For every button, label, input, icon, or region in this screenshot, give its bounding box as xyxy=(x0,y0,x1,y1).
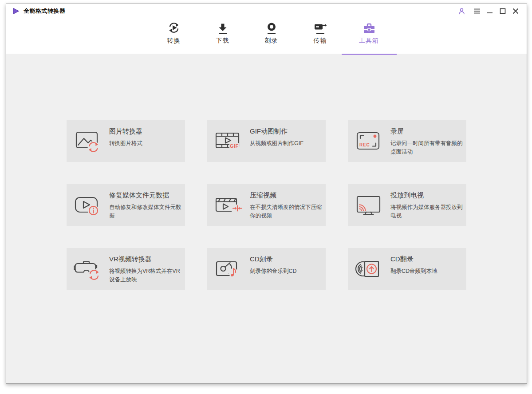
card-description: 翻录CD音频到本地 xyxy=(390,267,467,276)
image-converter-icon xyxy=(73,129,104,153)
tab-download-label: 下载 xyxy=(216,37,229,45)
maximize-icon[interactable] xyxy=(498,6,508,16)
tab-burn[interactable]: 刻录 xyxy=(247,20,296,55)
main-navigation: 转换 下载 刻录 xyxy=(6,18,527,54)
card-description: 自动修复和修改媒体文件元数据 xyxy=(109,203,185,220)
fix-metadata-icon xyxy=(73,193,104,217)
app-window: 全能格式转换器 xyxy=(6,4,527,384)
tab-transfer-label: 传输 xyxy=(314,37,327,45)
card-cd-rip[interactable]: CD翻录 翻录CD音频到本地 xyxy=(348,248,466,290)
gif-maker-icon: GIF xyxy=(214,129,245,153)
card-description: 记录同一时间所有带有音频的桌面活动 xyxy=(390,139,467,156)
cd-rip-icon xyxy=(355,257,386,281)
svg-text:GIF: GIF xyxy=(230,143,239,149)
card-gif-maker[interactable]: GIF GIF动图制作 从视频或图片制作GIF xyxy=(207,120,326,162)
card-title: CD翻录 xyxy=(390,255,467,264)
tab-convert-label: 转换 xyxy=(167,37,181,45)
card-description: 转换图片格式 xyxy=(109,139,185,148)
tab-convert[interactable]: 转换 xyxy=(150,20,198,55)
card-description: 刻录你的音乐到CD xyxy=(250,267,326,276)
burn-icon xyxy=(264,21,279,36)
card-title: 压缩视频 xyxy=(250,191,326,200)
toolbox-panel: 图片转换器 转换图片格式 GIF xyxy=(6,54,527,383)
cd-burn-icon xyxy=(214,257,245,281)
convert-icon xyxy=(166,21,181,36)
cast-to-tv-icon xyxy=(355,193,386,217)
close-icon[interactable] xyxy=(511,6,520,16)
hamburger-menu-icon[interactable] xyxy=(472,6,482,16)
title-bar: 全能格式转换器 xyxy=(6,4,527,18)
card-title: 图片转换器 xyxy=(109,127,185,136)
card-screen-record[interactable]: REC 录屏 记录同一时间所有带有音频的桌面活动 xyxy=(348,120,466,162)
app-logo-play-icon xyxy=(12,8,20,15)
download-icon xyxy=(215,21,230,36)
card-cd-burn[interactable]: CD刻录 刻录你的音乐到CD xyxy=(207,248,326,290)
screen-record-icon: REC xyxy=(355,129,386,153)
card-compress-video[interactable]: 压缩视频 在不损失清晰度的情况下压缩你的视频 xyxy=(207,184,326,226)
card-description: 在不损失清晰度的情况下压缩你的视频 xyxy=(250,203,326,220)
card-title: CD刻录 xyxy=(250,255,326,264)
svg-text:REC: REC xyxy=(359,142,370,147)
tab-download[interactable]: 下载 xyxy=(198,20,247,55)
tool-card-grid: 图片转换器 转换图片格式 GIF xyxy=(67,120,527,290)
card-description: 将视频转换为VR格式并在VR设备上放映 xyxy=(109,267,185,284)
transfer-icon xyxy=(313,21,328,36)
person-icon[interactable] xyxy=(457,6,466,16)
tab-toolbox[interactable]: 工具箱 xyxy=(345,20,394,55)
tab-toolbox-label: 工具箱 xyxy=(359,37,379,45)
card-title: 投放到电视 xyxy=(390,191,467,200)
tab-transfer[interactable]: 传输 xyxy=(296,20,345,55)
card-description: 将视频作为媒体服务器投放到电视 xyxy=(390,203,467,220)
card-vr-converter[interactable]: VR视频转换器 将视频转换为VR格式并在VR设备上放映 xyxy=(67,248,185,290)
minimize-icon[interactable] xyxy=(485,6,495,16)
tab-burn-label: 刻录 xyxy=(265,37,278,45)
card-title: 录屏 xyxy=(390,127,467,136)
card-image-converter[interactable]: 图片转换器 转换图片格式 xyxy=(67,120,185,162)
card-title: GIF动图制作 xyxy=(250,127,326,136)
toolbox-icon xyxy=(362,21,377,36)
card-fix-metadata[interactable]: 修复媒体文件元数据 自动修复和修改媒体文件元数据 xyxy=(67,184,185,226)
compress-video-icon xyxy=(214,193,245,217)
app-title: 全能格式转换器 xyxy=(24,7,66,15)
card-description: 从视频或图片制作GIF xyxy=(250,139,326,148)
card-cast-to-tv[interactable]: 投放到电视 将视频作为媒体服务器投放到电视 xyxy=(348,184,466,226)
card-title: VR视频转换器 xyxy=(109,255,185,264)
vr-converter-icon xyxy=(73,257,104,281)
card-title: 修复媒体文件元数据 xyxy=(109,191,185,200)
